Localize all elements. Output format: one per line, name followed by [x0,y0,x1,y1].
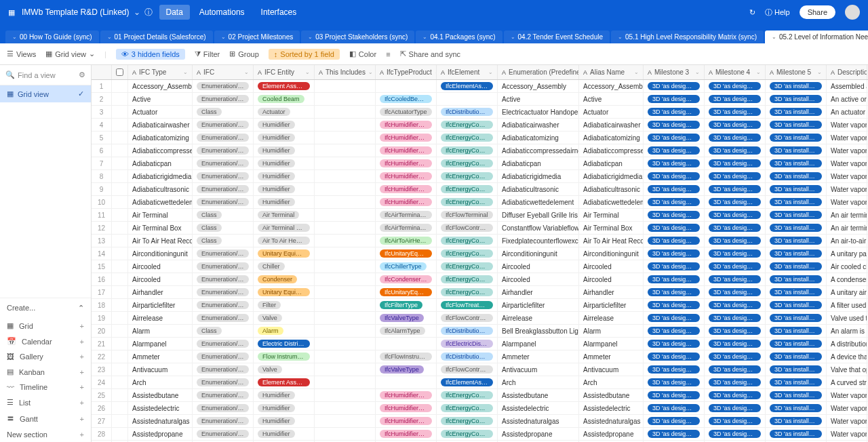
row-checkbox[interactable] [112,157,128,169]
row-checkbox[interactable] [112,119,128,131]
color-button[interactable]: ◧ Color [349,49,376,58]
cell-ifctypeproduct[interactable]: IfcHumidifierType [376,144,437,157]
cell-m4[interactable]: 3D 'as designed', specific... [705,389,766,401]
cell-m3[interactable]: 3D 'as designed', gener... [644,235,705,247]
cell-enum[interactable]: Electricactuator Handoperatedactuator [498,106,579,118]
cell-ifcentity[interactable]: Humidifier [254,119,315,131]
new-section[interactable]: New section+ [0,427,91,442]
nav-interfaces[interactable]: Interfaces [254,5,304,20]
cell-ifcelement[interactable]: IfcFlowTerminal [437,209,498,221]
row-checkbox[interactable] [112,402,128,414]
cell-alias[interactable]: Air Terminal Box [579,222,644,234]
sidebar-create-grid[interactable]: ▦Grid+ [0,318,91,334]
cell-ifctypeproduct[interactable]: IfcHumidifierType [376,389,437,401]
cell-ifcelement[interactable]: IfcEnergyConversionDev... [437,183,498,195]
cell-ifcentity[interactable]: Humidifier [254,428,315,440]
column-header[interactable]: A Description⌄ [827,65,867,79]
cell-ifcelement[interactable]: IfcElementAssembly [437,80,498,92]
table-row[interactable]: 20AlarmClassAlarmIfcAlarmTypeIfcDistribu… [92,325,868,338]
cell-m5[interactable]: 3D 'as installed', specific... [766,196,827,208]
row-checkbox[interactable] [112,363,128,376]
table-row[interactable]: 23AntivacuumEnumeration/PreDefine...Valv… [92,363,868,376]
row-checkbox[interactable] [112,376,128,388]
sidebar-create-gallery[interactable]: 🖼Gallery+ [0,349,91,364]
cell-m3[interactable]: 3D 'as designed', gener... [644,209,705,221]
cell-ifcelement[interactable]: IfcEnergyConversionDev... [437,402,498,414]
table-row[interactable]: 14AirconditioningunitEnumeration/PreDefi… [92,247,868,260]
cell-enum[interactable]: Assistednaturalgas [498,415,579,427]
cell-m5[interactable]: 3D 'as installed', specific... [766,247,827,260]
cell-includes[interactable] [315,222,376,234]
cell-alias[interactable]: Assistednaturalgas [579,415,644,427]
table-row[interactable]: 15AircooledEnumeration/PreDefine...Chill… [92,260,868,273]
row-checkbox[interactable] [112,106,128,118]
cell-ifc[interactable]: Class [193,222,254,234]
cell-ifctype[interactable]: Air Terminal [128,209,193,221]
cell-ifcentity[interactable]: Humidifier [254,144,315,157]
cell-ifcentity[interactable]: Humidifier [254,389,315,401]
cell-ifctype[interactable]: Air To Air Heat Recovery [128,235,193,247]
table-row[interactable]: 27AssistednaturalgasEnumeration/PreDefin… [92,415,868,428]
cell-ifcentity[interactable]: Valve [254,312,315,324]
table-tab[interactable]: ⌄ 00 How To Guide (sync) [5,31,99,43]
table-tab[interactable]: ⌄ 04.2 Tender Event Schedule [504,31,610,43]
cell-ifc[interactable]: Enumeration/PreDefine... [193,338,254,350]
cell-m5[interactable]: 3D 'as installed', specific... [766,235,827,247]
cell-m5[interactable]: 3D 'as installed', specific... [766,286,827,298]
row-checkbox[interactable] [112,183,128,195]
table-row[interactable]: 4AdiabaticairwasherEnumeration/PreDefine… [92,119,868,132]
cell-ifctypeproduct[interactable]: IfcHumidifierType [376,196,437,208]
cell-ifctype[interactable]: Ammeter [128,350,193,363]
cell-ifcelement[interactable]: IfcEnergyConversionDev... [437,415,498,427]
cell-m5[interactable]: 3D 'as installed', specific... [766,209,827,221]
cell-enum[interactable]: Adiabaticultrasonic [498,183,579,195]
cell-ifcentity[interactable]: Cooled Beam [254,93,315,105]
cell-m5[interactable]: 3D 'as installed', specific... [766,222,827,234]
table-row[interactable]: 26AssistedelectricEnumeration/PreDefine.… [92,402,868,415]
cell-ifcelement[interactable]: IfcEnergyConversionDev... [437,119,498,131]
cell-alias[interactable]: Airhandler [579,286,644,298]
cell-ifc[interactable]: Class [193,235,254,247]
cell-ifcelement[interactable]: IfcElectricDistributionPoint [437,338,498,350]
cell-ifcentity[interactable]: Flow Instrument [254,350,315,363]
row-checkbox[interactable] [112,93,128,105]
table-row[interactable]: 19AirreleaseEnumeration/PreDefine...Valv… [92,312,868,325]
cell-ifctypeproduct[interactable]: IfcValveType [376,312,437,324]
cell-ifc[interactable]: Enumeration/PreDefine... [193,363,254,376]
cell-ifc[interactable]: Enumeration/PreDefine... [193,312,254,324]
cell-ifctypeproduct[interactable]: IfcCooledBeamType [376,93,437,105]
cell-alias[interactable]: Adiabaticcompressedairn... [579,144,644,157]
cell-enum[interactable]: Bell Breakglassbutton Light Manualp [498,325,579,337]
cell-ifctype[interactable]: Aircooled [128,273,193,285]
cell-ifctypeproduct[interactable]: IfcHumidifierType [376,415,437,427]
cell-desc[interactable]: Water vapor is add [827,132,867,144]
cell-alias[interactable]: Adiabaticatomizing [579,132,644,144]
cell-enum[interactable]: Assistedbutane [498,389,579,401]
cell-alias[interactable]: Arch [579,376,644,388]
cell-ifc[interactable]: Enumeration/PreDefine... [193,183,254,195]
cell-enum[interactable]: Airhandler [498,286,579,298]
cell-m4[interactable]: 3D 'as designed', specific... [705,170,766,182]
cell-includes[interactable] [315,260,376,273]
row-checkbox[interactable] [112,325,128,337]
cell-ifctype[interactable]: Assistednaturalgas [128,415,193,427]
cell-enum[interactable]: Antivacuum [498,363,579,376]
cell-desc[interactable]: A device that read [827,350,867,363]
cell-m3[interactable]: 3D 'as designed', gener... [644,299,705,311]
cell-includes[interactable] [315,80,376,92]
table-row[interactable]: 22AmmeterEnumeration/PreDefine...Flow In… [92,350,868,363]
rowheight-button[interactable]: ≡ [386,50,390,58]
user-avatar[interactable] [845,5,860,20]
cell-m5[interactable]: 3D 'as installed', specific... [766,157,827,169]
cell-enum[interactable]: Assistedpropane [498,428,579,440]
cell-enum[interactable]: Airrelease [498,312,579,324]
cell-ifc[interactable]: Enumeration/PreDefine... [193,144,254,157]
share-sync-button[interactable]: ⇱ Share and sync [400,49,460,58]
cell-ifcentity[interactable]: Chiller [254,260,315,273]
cell-ifctypeproduct[interactable]: IfcHumidifierType [376,428,437,440]
cell-m4[interactable]: 3D 'as designed', specific... [705,196,766,208]
cell-m5[interactable]: 3D 'as installed', specific... [766,415,827,427]
cell-ifctype[interactable]: Airparticlefilter [128,299,193,311]
cell-m3[interactable]: 3D 'as designed', gener... [644,106,705,118]
cell-ifcelement[interactable]: IfcEnergyConversionDev... [437,247,498,260]
